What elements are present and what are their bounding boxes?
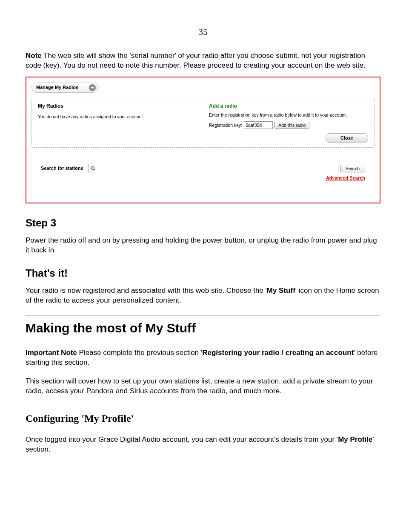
- page-number: 35: [26, 26, 380, 38]
- registering-bold: Registering your radio / creating an acc…: [202, 349, 354, 357]
- important-note-label: Important Note: [26, 349, 77, 357]
- search-label: Search for stations: [41, 165, 83, 172]
- manage-my-radios-label: Manage My Radios: [36, 84, 78, 91]
- search-input[interactable]: [89, 164, 338, 173]
- add-radio-column: Add a radio Enter the registration key f…: [209, 103, 368, 143]
- close-button[interactable]: Close: [326, 133, 368, 143]
- configuring-heading: Configuring 'My Profile': [26, 412, 380, 425]
- note-label: Note: [26, 51, 42, 60]
- svg-point-0: [91, 166, 94, 169]
- important-note-paragraph: Important Note Please complete the previ…: [26, 348, 380, 368]
- search-row: Search for stations Search: [31, 164, 375, 173]
- configuring-body: Once logged into your Grace Digital Audi…: [26, 435, 380, 455]
- add-this-radio-button[interactable]: Add this radio: [274, 122, 309, 129]
- step3-body: Power the radio off and on by pressing a…: [26, 236, 380, 255]
- registration-key-label: Registration key:: [209, 122, 242, 128]
- arrow-right-icon: ➔: [89, 84, 96, 91]
- my-radios-empty-msg: You do not have any radios assigned to y…: [38, 114, 197, 120]
- svg-line-1: [94, 169, 95, 170]
- my-radios-column: My Radios You do not have any radios ass…: [38, 103, 197, 143]
- step3-heading: Step 3: [26, 216, 380, 230]
- registration-row: Registration key: Add this radio: [209, 121, 368, 129]
- my-stuff-bold: My Stuff: [267, 286, 295, 295]
- note-body: The web site will show the 'serial numbe…: [26, 51, 366, 69]
- screenshot-panel: Manage My Radios ➔ My Radios You do not …: [26, 77, 380, 203]
- registration-key-input[interactable]: [244, 121, 273, 129]
- note-paragraph: Note The web site will show the 'serial …: [26, 51, 380, 71]
- manage-my-radios-pill[interactable]: Manage My Radios ➔: [31, 83, 98, 93]
- advanced-search-link[interactable]: Advanced Search: [326, 175, 365, 180]
- my-radios-title: My Radios: [38, 103, 197, 109]
- section-divider: [26, 315, 380, 315]
- making-body-2: This section will cover how to set up yo…: [26, 377, 380, 396]
- add-radio-title: Add a radio: [209, 103, 368, 109]
- making-most-heading: Making the most of My Stuff: [26, 320, 380, 337]
- my-profile-bold: My Profile: [338, 435, 372, 443]
- document-page: 35 Note The web site will show the 'seri…: [0, 0, 406, 532]
- search-button[interactable]: Search: [340, 165, 365, 172]
- add-radio-msg: Enter the registration key from a radio …: [209, 112, 368, 118]
- thats-it-body: Your radio is now registered and associa…: [26, 286, 380, 306]
- radios-panel: My Radios You do not have any radios ass…: [31, 98, 375, 148]
- magnifier-icon: [91, 166, 96, 171]
- thats-it-heading: That's it!: [26, 266, 380, 280]
